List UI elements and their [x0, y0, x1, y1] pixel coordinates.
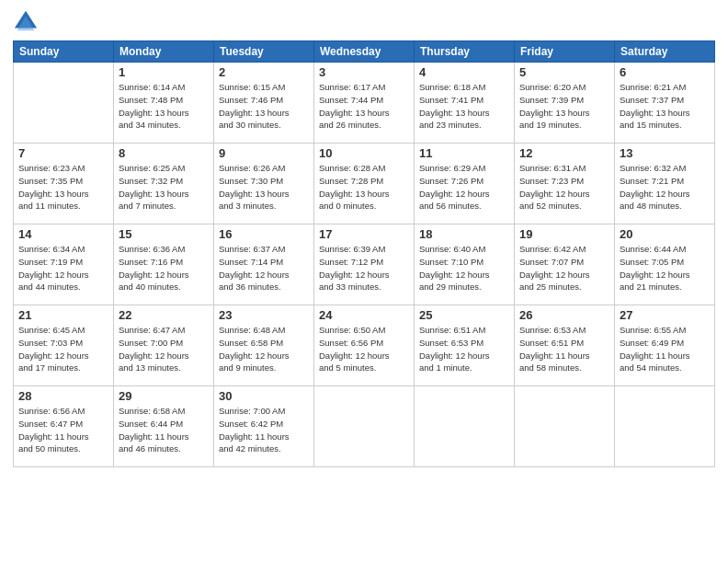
calendar-cell: 19Sunrise: 6:42 AM Sunset: 7:07 PM Dayli… — [515, 224, 615, 305]
cell-info: Sunrise: 6:44 AM Sunset: 7:05 PM Dayligh… — [620, 243, 710, 293]
calendar-cell: 11Sunrise: 6:29 AM Sunset: 7:26 PM Dayli… — [415, 144, 515, 224]
calendar-cell: 8Sunrise: 6:25 AM Sunset: 7:32 PM Daylig… — [114, 144, 214, 224]
calendar-cell: 2Sunrise: 6:15 AM Sunset: 7:46 PM Daylig… — [214, 63, 314, 144]
day-number: 1 — [119, 65, 209, 79]
header — [13, 9, 715, 35]
cell-info: Sunrise: 6:15 AM Sunset: 7:46 PM Dayligh… — [219, 81, 309, 132]
day-number: 12 — [519, 146, 609, 160]
cell-info: Sunrise: 6:32 AM Sunset: 7:21 PM Dayligh… — [620, 162, 710, 213]
calendar-cell: 3Sunrise: 6:17 AM Sunset: 7:44 PM Daylig… — [314, 63, 415, 144]
calendar-cell — [615, 386, 715, 467]
calendar-cell: 18Sunrise: 6:40 AM Sunset: 7:10 PM Dayli… — [415, 224, 515, 305]
cell-info: Sunrise: 6:51 AM Sunset: 6:53 PM Dayligh… — [419, 324, 509, 374]
calendar-cell: 16Sunrise: 6:37 AM Sunset: 7:14 PM Dayli… — [214, 224, 314, 305]
day-number: 7 — [18, 146, 108, 160]
week-row-3: 21Sunrise: 6:45 AM Sunset: 7:03 PM Dayli… — [14, 305, 715, 386]
cell-info: Sunrise: 6:56 AM Sunset: 6:47 PM Dayligh… — [18, 405, 108, 455]
calendar-cell — [314, 386, 415, 467]
calendar-cell: 5Sunrise: 6:20 AM Sunset: 7:39 PM Daylig… — [515, 63, 615, 144]
week-row-4: 28Sunrise: 6:56 AM Sunset: 6:47 PM Dayli… — [14, 386, 715, 467]
day-number: 15 — [119, 227, 209, 241]
week-row-1: 7Sunrise: 6:23 AM Sunset: 7:35 PM Daylig… — [14, 144, 715, 224]
calendar-cell: 12Sunrise: 6:31 AM Sunset: 7:23 PM Dayli… — [515, 144, 615, 224]
calendar-cell — [515, 386, 615, 467]
weekday-header-wednesday: Wednesday — [314, 41, 415, 63]
day-number: 8 — [119, 146, 209, 160]
calendar-cell: 15Sunrise: 6:36 AM Sunset: 7:16 PM Dayli… — [114, 224, 214, 305]
day-number: 10 — [319, 146, 409, 160]
calendar-cell: 13Sunrise: 6:32 AM Sunset: 7:21 PM Dayli… — [615, 144, 715, 224]
page: SundayMondayTuesdayWednesdayThursdayFrid… — [0, 0, 728, 563]
day-number: 5 — [519, 65, 609, 79]
calendar-cell: 14Sunrise: 6:34 AM Sunset: 7:19 PM Dayli… — [14, 224, 114, 305]
cell-info: Sunrise: 6:25 AM Sunset: 7:32 PM Dayligh… — [119, 162, 209, 213]
day-number: 29 — [119, 389, 209, 403]
calendar-cell: 22Sunrise: 6:47 AM Sunset: 7:00 PM Dayli… — [114, 305, 214, 386]
calendar-cell: 20Sunrise: 6:44 AM Sunset: 7:05 PM Dayli… — [615, 224, 715, 305]
weekday-header-tuesday: Tuesday — [214, 41, 314, 63]
day-number: 6 — [620, 65, 710, 79]
cell-info: Sunrise: 6:18 AM Sunset: 7:41 PM Dayligh… — [419, 81, 509, 132]
weekday-header-saturday: Saturday — [615, 41, 715, 63]
day-number: 17 — [319, 227, 409, 241]
cell-info: Sunrise: 6:55 AM Sunset: 6:49 PM Dayligh… — [620, 324, 710, 374]
logo-icon — [13, 9, 39, 35]
cell-info: Sunrise: 6:50 AM Sunset: 6:56 PM Dayligh… — [319, 324, 409, 374]
cell-info: Sunrise: 6:23 AM Sunset: 7:35 PM Dayligh… — [18, 162, 108, 213]
calendar-cell: 21Sunrise: 6:45 AM Sunset: 7:03 PM Dayli… — [14, 305, 114, 386]
day-number: 23 — [219, 308, 309, 322]
day-number: 30 — [219, 389, 309, 403]
calendar-table: SundayMondayTuesdayWednesdayThursdayFrid… — [13, 40, 715, 467]
cell-info: Sunrise: 7:00 AM Sunset: 6:42 PM Dayligh… — [219, 405, 309, 455]
cell-info: Sunrise: 6:36 AM Sunset: 7:16 PM Dayligh… — [119, 243, 209, 293]
weekday-header-friday: Friday — [515, 41, 615, 63]
cell-info: Sunrise: 6:58 AM Sunset: 6:44 PM Dayligh… — [119, 405, 209, 455]
cell-info: Sunrise: 6:42 AM Sunset: 7:07 PM Dayligh… — [519, 243, 609, 293]
cell-info: Sunrise: 6:31 AM Sunset: 7:23 PM Dayligh… — [519, 162, 609, 213]
cell-info: Sunrise: 6:53 AM Sunset: 6:51 PM Dayligh… — [519, 324, 609, 374]
day-number: 11 — [419, 146, 509, 160]
cell-info: Sunrise: 6:37 AM Sunset: 7:14 PM Dayligh… — [219, 243, 309, 293]
calendar-cell: 6Sunrise: 6:21 AM Sunset: 7:37 PM Daylig… — [615, 63, 715, 144]
cell-info: Sunrise: 6:29 AM Sunset: 7:26 PM Dayligh… — [419, 162, 509, 213]
week-row-2: 14Sunrise: 6:34 AM Sunset: 7:19 PM Dayli… — [14, 224, 715, 305]
calendar-cell: 7Sunrise: 6:23 AM Sunset: 7:35 PM Daylig… — [14, 144, 114, 224]
cell-info: Sunrise: 6:20 AM Sunset: 7:39 PM Dayligh… — [519, 81, 609, 132]
calendar-cell: 29Sunrise: 6:58 AM Sunset: 6:44 PM Dayli… — [114, 386, 214, 467]
calendar-cell: 23Sunrise: 6:48 AM Sunset: 6:58 PM Dayli… — [214, 305, 314, 386]
day-number: 27 — [620, 308, 710, 322]
day-number: 16 — [219, 227, 309, 241]
day-number: 14 — [18, 227, 108, 241]
calendar-cell: 27Sunrise: 6:55 AM Sunset: 6:49 PM Dayli… — [615, 305, 715, 386]
cell-info: Sunrise: 6:45 AM Sunset: 7:03 PM Dayligh… — [18, 324, 108, 374]
calendar-cell: 10Sunrise: 6:28 AM Sunset: 7:28 PM Dayli… — [314, 144, 415, 224]
cell-info: Sunrise: 6:26 AM Sunset: 7:30 PM Dayligh… — [219, 162, 309, 213]
calendar-cell: 1Sunrise: 6:14 AM Sunset: 7:48 PM Daylig… — [114, 63, 214, 144]
weekday-header-thursday: Thursday — [415, 41, 515, 63]
day-number: 26 — [519, 308, 609, 322]
weekday-header-sunday: Sunday — [14, 41, 114, 63]
day-number: 2 — [219, 65, 309, 79]
calendar-cell: 24Sunrise: 6:50 AM Sunset: 6:56 PM Dayli… — [314, 305, 415, 386]
day-number: 20 — [620, 227, 710, 241]
cell-info: Sunrise: 6:14 AM Sunset: 7:48 PM Dayligh… — [119, 81, 209, 132]
cell-info: Sunrise: 6:39 AM Sunset: 7:12 PM Dayligh… — [319, 243, 409, 293]
calendar-cell — [14, 63, 114, 144]
cell-info: Sunrise: 6:34 AM Sunset: 7:19 PM Dayligh… — [18, 243, 108, 293]
day-number: 3 — [319, 65, 409, 79]
logo — [13, 9, 40, 35]
day-number: 24 — [319, 308, 409, 322]
day-number: 4 — [419, 65, 509, 79]
calendar-cell: 17Sunrise: 6:39 AM Sunset: 7:12 PM Dayli… — [314, 224, 415, 305]
calendar-cell: 4Sunrise: 6:18 AM Sunset: 7:41 PM Daylig… — [415, 63, 515, 144]
cell-info: Sunrise: 6:47 AM Sunset: 7:00 PM Dayligh… — [119, 324, 209, 374]
day-number: 22 — [119, 308, 209, 322]
cell-info: Sunrise: 6:48 AM Sunset: 6:58 PM Dayligh… — [219, 324, 309, 374]
cell-info: Sunrise: 6:21 AM Sunset: 7:37 PM Dayligh… — [620, 81, 710, 132]
calendar-cell: 26Sunrise: 6:53 AM Sunset: 6:51 PM Dayli… — [515, 305, 615, 386]
day-number: 25 — [419, 308, 509, 322]
cell-info: Sunrise: 6:28 AM Sunset: 7:28 PM Dayligh… — [319, 162, 409, 213]
day-number: 28 — [18, 389, 108, 403]
week-row-0: 1Sunrise: 6:14 AM Sunset: 7:48 PM Daylig… — [14, 63, 715, 144]
day-number: 13 — [620, 146, 710, 160]
